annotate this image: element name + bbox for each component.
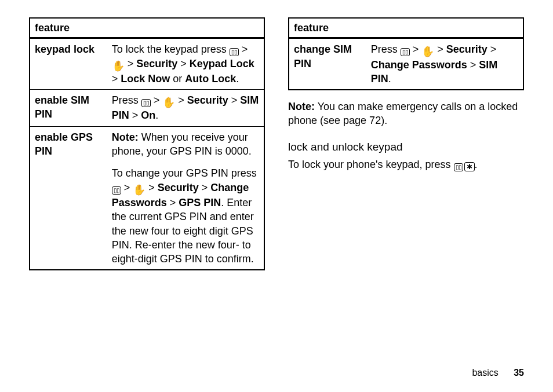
separator: >	[437, 43, 446, 55]
separator: >	[124, 182, 133, 193]
left-table-header: feature	[30, 18, 264, 38]
menu-path-lock-now: Lock Now	[121, 73, 170, 85]
separator: >	[128, 58, 137, 69]
menu-icon: ▯▯	[454, 163, 463, 171]
lock-keypad-paragraph: To lock your phone's keypad, press ▯▯✱.	[288, 157, 524, 171]
table-row: change SIM PIN Press ▯▯ > ✋ > Security >…	[289, 38, 523, 90]
left-feature-table: feature keypad lock To lock the keypad p…	[29, 17, 265, 270]
menu-path-security: Security	[158, 182, 199, 193]
text: .	[236, 73, 239, 85]
separator: >	[154, 94, 163, 106]
menu-path-on: On	[141, 109, 155, 121]
menu-path-keypad-lock: Keypad Lock	[190, 58, 254, 69]
separator: >	[242, 43, 248, 55]
right-feature-table: feature change SIM PIN Press ▯▯ > ✋ > Se…	[288, 17, 524, 90]
page-footer: basics 35	[472, 367, 524, 379]
feature-desc: Note: When you receive your phone, your …	[107, 126, 264, 270]
table-row: enable GPS PIN Note: When you receive yo…	[30, 126, 264, 270]
settings-hand-icon: ✋	[133, 183, 145, 197]
menu-path-security: Security	[187, 94, 228, 106]
separator: >	[170, 197, 179, 208]
feature-name: enable SIM PIN	[30, 90, 107, 127]
menu-path-security: Security	[136, 58, 177, 69]
separator: >	[132, 109, 141, 121]
feature-desc: Press ▯▯ > ✋ > Security > Change Passwor…	[366, 38, 523, 90]
page-number: 35	[514, 368, 524, 378]
separator: >	[112, 73, 121, 85]
feature-desc: Press ▯▯ > ✋ > Security > SIM PIN > On.	[107, 90, 264, 127]
separator: >	[490, 43, 497, 55]
menu-icon: ▯▯	[401, 48, 410, 56]
feature-name: enable GPS PIN	[30, 126, 107, 270]
text: or	[173, 73, 185, 85]
note-paragraph: Note: When you receive your phone, your …	[112, 130, 259, 159]
text: To lock the keypad press	[112, 43, 230, 55]
menu-path-auto-lock: Auto Lock	[185, 73, 236, 85]
separator: >	[178, 94, 187, 106]
subheading-lock-keypad: lock and unlock keypad	[288, 140, 524, 155]
right-table-header: feature	[289, 18, 523, 38]
table-row: enable SIM PIN Press ▯▯ > ✋ > Security >…	[30, 90, 264, 127]
note-label: Note:	[288, 101, 315, 112]
star-key-icon: ✱	[464, 162, 475, 171]
settings-hand-icon: ✋	[162, 96, 175, 109]
right-column: feature change SIM PIN Press ▯▯ > ✋ > Se…	[288, 17, 524, 270]
menu-icon: ▯▯	[230, 48, 239, 56]
menu-path-change-passwords: Change Passwords	[371, 59, 467, 71]
note-label: Note:	[112, 131, 139, 143]
separator: >	[148, 182, 158, 193]
text: Press	[112, 94, 141, 106]
text: Press	[371, 43, 401, 55]
text: .	[475, 159, 478, 170]
feature-desc: To lock the keypad press ▯▯ > ✋ > Securi…	[107, 38, 264, 90]
feature-name: change SIM PIN	[289, 38, 366, 90]
separator: >	[231, 94, 241, 106]
settings-hand-icon: ✋	[112, 59, 125, 73]
table-row: keypad lock To lock the keypad press ▯▯ …	[30, 38, 264, 90]
note-text: You can make emergency calls on a locked…	[288, 101, 518, 126]
right-note: Note: You can make emergency calls on a …	[288, 100, 524, 128]
text: To change your GPS PIN press	[112, 167, 257, 179]
text: .	[155, 109, 158, 121]
settings-hand-icon: ✋	[421, 45, 434, 58]
menu-icon: ▯▯	[141, 99, 151, 107]
page-columns: feature keypad lock To lock the keypad p…	[0, 0, 553, 270]
gps-change-paragraph: To change your GPS PIN press ▯▯ > ✋ > Se…	[112, 166, 259, 266]
section-name: basics	[472, 368, 498, 378]
left-column: feature keypad lock To lock the keypad p…	[29, 17, 265, 270]
separator: >	[470, 59, 479, 71]
menu-path-gps-pin: GPS PIN	[179, 197, 221, 208]
separator: >	[202, 182, 211, 193]
menu-path-security: Security	[446, 43, 487, 55]
text: .	[388, 73, 391, 85]
separator: >	[413, 43, 422, 55]
text: To lock your phone's keypad, press	[288, 159, 454, 170]
menu-icon: ▯▯	[112, 186, 121, 195]
feature-name: keypad lock	[30, 38, 107, 90]
separator: >	[180, 58, 190, 69]
